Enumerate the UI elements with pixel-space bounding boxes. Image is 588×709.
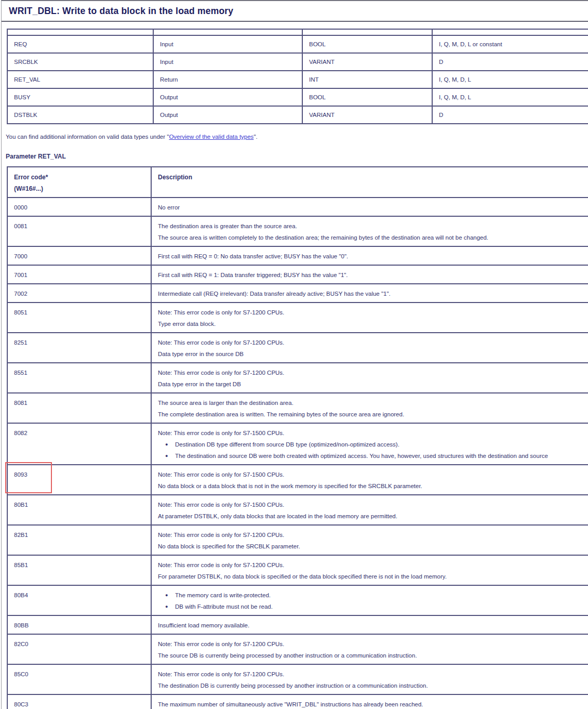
- title-bar: WRIT_DBL: Write to data block in the loa…: [2, 1, 588, 22]
- help-page: WRIT_DBL: Write to data block in the loa…: [1, 0, 588, 709]
- error-code-value: 82B1: [14, 532, 28, 538]
- info-text: You can find additional information on v…: [6, 131, 588, 142]
- error-code-table: Error code* (W#16#...) Description 0000N…: [7, 166, 588, 709]
- parameter-name-cell: BUSY: [7, 88, 153, 106]
- error-code-cell: 7001: [7, 265, 151, 284]
- data-type-cell: BOOL: [302, 88, 432, 106]
- error-description-cell: First call with REQ = 1: Data transfer t…: [151, 265, 588, 284]
- description-line: First call with REQ = 0: No data transfe…: [158, 251, 588, 262]
- clipped-header-row: [7, 29, 588, 35]
- declaration-cell: Input: [153, 35, 302, 53]
- description-bullet: ●DB with F-attribute must not be read.: [158, 601, 588, 612]
- error-code-row: 80B4●The memory card is write-protected.…: [7, 585, 588, 615]
- description-line: First call with REQ = 1: Data transfer t…: [158, 269, 588, 281]
- error-code-row: 80B1Note: This error code is only for S7…: [7, 495, 588, 525]
- error-description-cell: First call with REQ = 0: No data transfe…: [151, 246, 588, 265]
- error-code-value: 80BB: [14, 622, 29, 628]
- error-description-cell: Note: This error code is only for S7-120…: [151, 525, 588, 555]
- description-bullet: ●Destination DB type different from sour…: [158, 439, 588, 450]
- description-line: The destination DB is currently being pr…: [158, 680, 588, 691]
- info-text-prefix: You can find additional information on v…: [6, 134, 169, 140]
- description-line: The destination area is greater than the…: [158, 220, 588, 232]
- error-code-cell: 8081: [7, 393, 151, 423]
- parameter-name-cell: REQ: [7, 35, 153, 53]
- error-code-row: 8082Note: This error code is only for S7…: [7, 423, 588, 465]
- memory-area-cell: I, Q, M, D, L or constant: [432, 35, 588, 53]
- error-code-value: 85C0: [14, 671, 29, 677]
- error-code-row: 8251Note: This error code is only for S7…: [7, 333, 588, 363]
- error-code-value: 8051: [14, 309, 28, 316]
- bullet-icon: ●: [165, 450, 170, 462]
- description-line: The source area is written completely to…: [158, 232, 588, 243]
- description-line: Note: This error code is only for S7-120…: [158, 337, 588, 348]
- error-code-cell: 80B1: [7, 495, 151, 525]
- error-code-row: 7000First call with REQ = 0: No data tra…: [7, 246, 588, 265]
- error-code-value: 0000: [14, 204, 28, 211]
- description-line: Type error data block.: [158, 318, 588, 330]
- description-line: Note: This error code is only for S7-120…: [158, 367, 588, 378]
- error-code-value: 80C3: [14, 701, 29, 707]
- description-line: The source DB is currently being process…: [158, 650, 588, 661]
- error-code-header: Error code* (W#16#...): [7, 167, 151, 198]
- description-line: Data type error in the target DB: [158, 378, 588, 390]
- declaration-cell: Output: [153, 88, 302, 106]
- description-line: Note: This error code is only for S7-120…: [158, 559, 588, 571]
- error-code-value: 7001: [14, 272, 28, 278]
- declaration-cell: Output: [153, 106, 302, 124]
- section-heading: Parameter RET_VAL: [6, 151, 588, 162]
- bullet-text: The memory card is write-protected.: [175, 589, 588, 601]
- description-line: No error: [158, 202, 588, 213]
- error-code-row: 7002Intermediate call (REQ irrelevant): …: [7, 284, 588, 303]
- error-code-cell: 8093: [7, 465, 151, 495]
- description-line: Note: This error code is only for S7-150…: [158, 499, 588, 510]
- error-code-cell: 8051: [7, 303, 151, 333]
- description-line: Insufficient load memory available.: [158, 620, 588, 631]
- error-code-header-line2: (W#16#...): [14, 183, 145, 194]
- error-description-cell: ●The memory card is write-protected.●DB …: [151, 585, 588, 615]
- description-line: The source area is larger than the desti…: [158, 397, 588, 409]
- description-bullet: ●The memory card is write-protected.: [158, 589, 588, 601]
- parameter-name-cell: RET_VAL: [7, 71, 153, 88]
- parameter-row: SRCBLKInputVARIANTD: [7, 53, 588, 71]
- memory-area-cell: D: [432, 106, 588, 124]
- error-code-value: 80B4: [14, 592, 28, 598]
- bullet-icon: ●: [165, 589, 170, 601]
- parameter-row: RET_VALReturnINTI, Q, M, D, L: [7, 71, 588, 88]
- description-line: For parameter DSTBLK, no data block is s…: [158, 571, 588, 582]
- memory-area-cell: I, Q, M, D, L: [432, 88, 588, 106]
- description-line: No data block or a data block that is no…: [158, 480, 588, 492]
- error-code-header-line1: Error code*: [14, 172, 145, 183]
- error-code-value: 8081: [14, 400, 28, 406]
- error-description-cell: Note: This error code is only for S7-120…: [151, 303, 588, 333]
- error-code-value: 7002: [14, 291, 28, 297]
- description-line: Intermediate call (REQ irrelevant): Data…: [158, 288, 588, 299]
- error-code-row: 8051Note: This error code is only for S7…: [7, 303, 588, 333]
- data-type-cell: INT: [302, 71, 432, 88]
- data-type-cell: VARIANT: [302, 53, 432, 71]
- error-code-cell: 0000: [7, 198, 151, 216]
- clipped-header-cell: [153, 29, 302, 35]
- description-line: Note: This error code is only for S7-150…: [158, 469, 588, 480]
- memory-area-cell: I, Q, M, D, L: [432, 71, 588, 88]
- description-line: The complete destination area is written…: [158, 409, 588, 420]
- error-code-value: 0081: [14, 223, 28, 229]
- page-title: WRIT_DBL: Write to data block in the loa…: [9, 6, 588, 17]
- description-line: No data block is specified for the SRCBL…: [158, 541, 588, 552]
- error-code-cell: 82C0: [7, 634, 151, 664]
- error-code-value: 8093: [14, 471, 28, 478]
- error-description-cell: Note: This error code is only for S7-120…: [151, 664, 588, 694]
- error-description-cell: No error: [151, 198, 588, 216]
- parameter-name-cell: DSTBLK: [7, 106, 153, 124]
- parameter-table: REQInputBOOLI, Q, M, D, L or constantSRC…: [7, 29, 588, 124]
- error-code-value: 82C0: [14, 641, 29, 647]
- error-code-row: 80C3The maximum number of simultaneously…: [7, 694, 588, 709]
- error-code-row: 8551Note: This error code is only for S7…: [7, 363, 588, 393]
- data-type-cell: VARIANT: [302, 106, 432, 124]
- parameter-row: BUSYOutputBOOLI, Q, M, D, L: [7, 88, 588, 106]
- error-code-value: 85B1: [14, 562, 28, 568]
- error-code-value: 8251: [14, 339, 28, 346]
- error-code-cell: 80B4: [7, 585, 151, 615]
- memory-area-cell: D: [432, 53, 588, 71]
- error-code-row: 0000No error: [7, 198, 588, 216]
- data-types-link[interactable]: Overview of the valid data types: [169, 134, 253, 140]
